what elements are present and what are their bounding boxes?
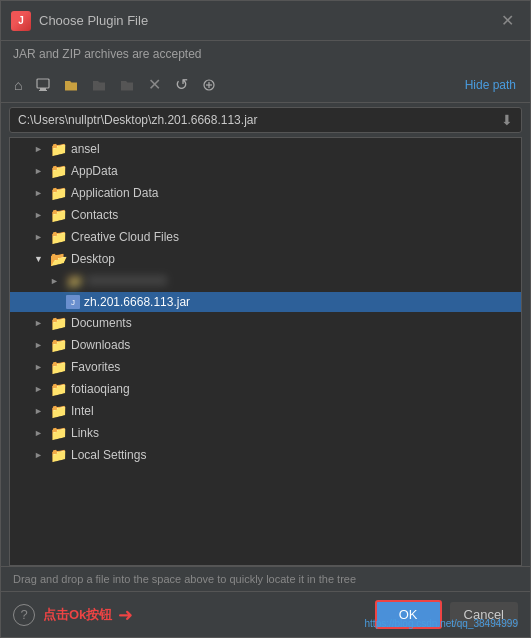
arrow-icon: ► <box>34 232 46 242</box>
download-icon[interactable]: ⬇ <box>501 112 513 128</box>
folder-icon: 📁 <box>50 403 67 419</box>
help-button[interactable]: ? <box>13 604 35 626</box>
title-bar-left: J Choose Plugin File <box>11 11 148 31</box>
item-label: AppData <box>71 164 513 178</box>
arrow-icon: ► <box>34 428 46 438</box>
arrow-icon: ► <box>34 166 46 176</box>
tree-item-desktop[interactable]: ▼ 📂 Desktop <box>10 248 521 270</box>
svg-rect-2 <box>39 90 47 91</box>
arrow-icon: ▼ <box>34 254 46 264</box>
file-tree[interactable]: ► 📁 ansel ► 📁 AppData ► 📁 Application Da… <box>9 137 522 566</box>
file-icon: J <box>66 295 80 309</box>
tree-item-appdata[interactable]: ► 📁 AppData <box>10 160 521 182</box>
home-button[interactable]: ⌂ <box>9 73 27 97</box>
arrow-icon: ► <box>34 210 46 220</box>
title-bar: J Choose Plugin File ✕ <box>1 1 530 41</box>
item-label: Contacts <box>71 208 513 222</box>
tree-item-ansel[interactable]: ► 📁 ansel <box>10 138 521 160</box>
folder-icon: 📁 <box>50 337 67 353</box>
tree-item-creative-cloud[interactable]: ► 📁 Creative Cloud Files <box>10 226 521 248</box>
delete-button[interactable]: ✕ <box>143 71 166 98</box>
item-label: zh.201.6668.113.jar <box>84 295 513 309</box>
folder-icon: 📁 <box>50 229 67 245</box>
close-button[interactable]: ✕ <box>495 9 520 32</box>
item-label: Documents <box>71 316 513 330</box>
folder-up-button[interactable] <box>87 74 111 96</box>
tree-item-links[interactable]: ► 📁 Links <box>10 422 521 444</box>
tree-item-downloads[interactable]: ► 📁 Downloads <box>10 334 521 356</box>
dialog: J Choose Plugin File ✕ JAR and ZIP archi… <box>0 0 531 638</box>
arrow-icon: ► <box>34 318 46 328</box>
folder-icon: 📁 <box>50 425 67 441</box>
item-label: Application Data <box>71 186 513 200</box>
folder-icon: 📁 <box>50 447 67 463</box>
folder-new-button[interactable] <box>115 74 139 96</box>
tree-item-documents[interactable]: ► 📁 Documents <box>10 312 521 334</box>
item-label: XXXXXXXXXX <box>87 274 513 288</box>
annotation-text: 点击Ok按钮 <box>43 606 112 624</box>
arrow-icon: ► <box>34 362 46 372</box>
item-label: Intel <box>71 404 513 418</box>
refresh-button[interactable]: ↺ <box>170 71 193 98</box>
svg-rect-0 <box>37 79 49 88</box>
status-bar: Drag and drop a file into the space abov… <box>1 566 530 591</box>
app-icon: J <box>11 11 31 31</box>
item-label: Links <box>71 426 513 440</box>
arrow-icon: ► <box>34 384 46 394</box>
folder-icon: 📁 <box>50 163 67 179</box>
arrow-icon: ► <box>34 144 46 154</box>
tree-item-blurred[interactable]: ► 📁 XXXXXXXXXX <box>10 270 521 292</box>
arrow-icon: ► <box>50 276 62 286</box>
arrow-annotation: ➜ <box>118 604 133 626</box>
folder-icon: 📁 <box>50 315 67 331</box>
tree-item-application-data[interactable]: ► 📁 Application Data <box>10 182 521 204</box>
item-label: Creative Cloud Files <box>71 230 513 244</box>
item-label: Local Settings <box>71 448 513 462</box>
url-note: https://blog.csdn.net/qq_38494999 <box>365 618 518 629</box>
folder-icon: 📁 <box>50 207 67 223</box>
item-label: ansel <box>71 142 513 156</box>
folder-icon: 📁 <box>66 273 83 289</box>
folder-icon: 📁 <box>50 381 67 397</box>
item-label: Favorites <box>71 360 513 374</box>
arrow-icon: ► <box>34 188 46 198</box>
arrow-icon: ► <box>34 406 46 416</box>
path-bar: C:\Users\nullptr\Desktop\zh.201.6668.113… <box>9 107 522 133</box>
subtitle: JAR and ZIP archives are accepted <box>1 41 530 67</box>
item-label: fotiaoqiang <box>71 382 513 396</box>
folder-icon: 📂 <box>50 251 67 267</box>
status-text: Drag and drop a file into the space abov… <box>13 573 356 585</box>
bottom-bar: ? 点击Ok按钮 ➜ OK Cancel <box>1 591 530 637</box>
bookmark-button[interactable] <box>197 74 221 96</box>
tree-item-intel[interactable]: ► 📁 Intel <box>10 400 521 422</box>
tree-item-favorites[interactable]: ► 📁 Favorites <box>10 356 521 378</box>
tree-item-fotiaoqiang[interactable]: ► 📁 fotiaoqiang <box>10 378 521 400</box>
computer-button[interactable] <box>31 74 55 96</box>
item-label: Desktop <box>71 252 513 266</box>
folder-icon: 📁 <box>50 185 67 201</box>
folder-button[interactable] <box>59 74 83 96</box>
tree-item-contacts[interactable]: ► 📁 Contacts <box>10 204 521 226</box>
toolbar: ⌂ ✕ ↺ Hide path <box>1 67 530 103</box>
arrow-icon: ► <box>34 340 46 350</box>
arrow-icon: ► <box>34 450 46 460</box>
tree-item-local-settings[interactable]: ► 📁 Local Settings <box>10 444 521 466</box>
hide-path-button[interactable]: Hide path <box>459 76 522 94</box>
annotation: 点击Ok按钮 ➜ <box>43 604 367 626</box>
dialog-title: Choose Plugin File <box>39 13 148 28</box>
folder-icon: 📁 <box>50 359 67 375</box>
path-text: C:\Users\nullptr\Desktop\zh.201.6668.113… <box>18 113 495 127</box>
tree-item-jar[interactable]: J zh.201.6668.113.jar <box>10 292 521 312</box>
svg-rect-1 <box>40 88 46 90</box>
folder-icon: 📁 <box>50 141 67 157</box>
item-label: Downloads <box>71 338 513 352</box>
